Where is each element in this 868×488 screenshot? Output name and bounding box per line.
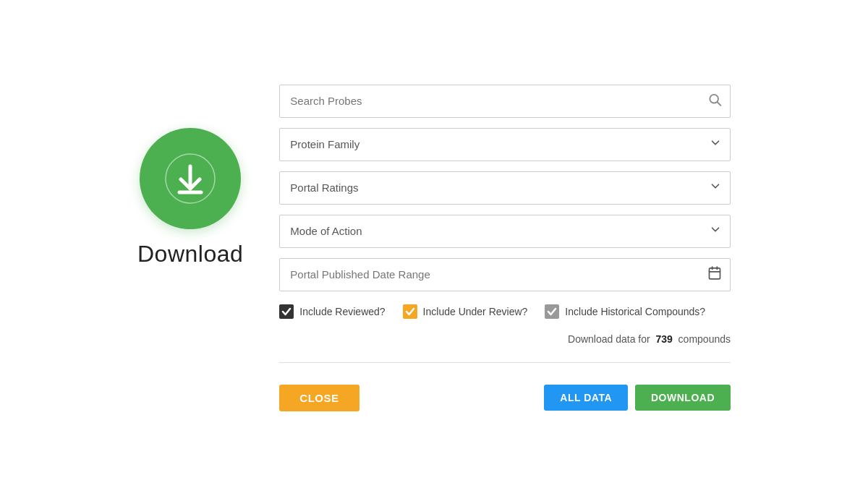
- include-under-review-label: Include Under Review?: [423, 306, 528, 317]
- right-panel: Protein Family Portal Ratings: [279, 85, 731, 411]
- under-review-checkbox-box: [403, 304, 417, 319]
- protein-family-select[interactable]: Protein Family: [279, 128, 731, 161]
- info-suffix: compounds: [678, 333, 731, 345]
- mode-of-action-wrapper: Mode of Action: [279, 215, 731, 248]
- info-prefix: Download data for: [568, 333, 650, 345]
- download-circle: [140, 128, 241, 229]
- reviewed-checkbox-box: [279, 304, 294, 319]
- right-button-group: ALL DATA DOWNLOAD: [544, 385, 731, 411]
- mode-of-action-select[interactable]: Mode of Action: [279, 215, 731, 248]
- date-range-wrapper: [279, 258, 731, 291]
- close-button[interactable]: CLOSE: [279, 385, 359, 411]
- include-under-review-checkbox[interactable]: Include Under Review?: [403, 304, 528, 319]
- all-data-button[interactable]: ALL DATA: [544, 385, 628, 411]
- download-icon: [165, 153, 216, 204]
- historical-checkbox-box: [545, 304, 559, 319]
- content-area: Download Protein Family: [137, 85, 731, 411]
- portal-ratings-select[interactable]: Portal Ratings: [279, 171, 731, 205]
- search-wrapper: [279, 85, 731, 118]
- date-range-input[interactable]: [279, 258, 731, 291]
- left-panel: Download: [137, 85, 243, 267]
- search-input[interactable]: [279, 85, 731, 118]
- include-reviewed-checkbox[interactable]: Include Reviewed?: [279, 304, 385, 319]
- checkboxes-row: Include Reviewed? Include Under Review?: [279, 304, 731, 319]
- info-count: 739: [655, 333, 672, 345]
- include-reviewed-label: Include Reviewed?: [299, 306, 385, 317]
- divider: [279, 362, 731, 363]
- info-row: Download data for 739 compounds: [279, 333, 731, 345]
- portal-ratings-wrapper: Portal Ratings: [279, 171, 731, 205]
- protein-family-wrapper: Protein Family: [279, 128, 731, 161]
- footer-buttons: CLOSE ALL DATA DOWNLOAD: [279, 385, 731, 411]
- download-label: Download: [137, 241, 243, 267]
- include-historical-label: Include Historical Compounds?: [565, 306, 705, 317]
- download-button[interactable]: DOWNLOAD: [635, 385, 731, 411]
- modal-container: Download Protein Family: [109, 56, 760, 433]
- include-historical-checkbox[interactable]: Include Historical Compounds?: [545, 304, 705, 319]
